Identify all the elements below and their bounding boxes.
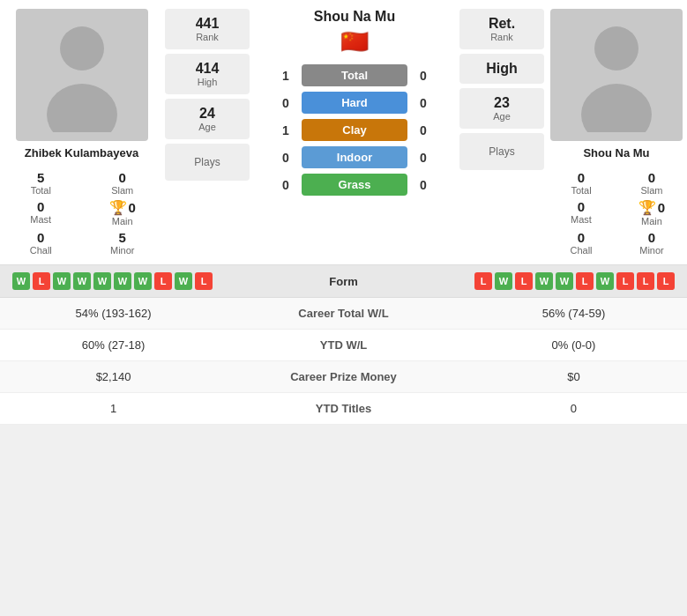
ytd-titles-right: 0 [460,393,687,425]
form-badge-l: L [657,272,675,290]
player1-center-stats: 441 Rank 414 High 24 Age Plays [163,0,251,182]
surface-clay-row: 1 Clay 0 [255,119,454,141]
form-badge-w: W [535,272,553,290]
ytd-wl-right: 0% (0-0) [460,330,687,361]
form-badge-w: W [596,272,614,290]
player2-plays-box: Plays [459,133,544,170]
player1-slam: 0 Slam [89,170,157,196]
surface-hard-btn: Hard [302,92,407,114]
surface-total-btn: Total [302,64,407,86]
svg-point-0 [60,26,104,71]
form-badge-w: W [12,272,30,290]
surface-indoor-btn: Indoor [302,146,407,168]
ytd-wl-row: 60% (27-18) YTD W/L 0% (0-0) [0,330,687,361]
form-label: Form [300,275,388,288]
prize-right: $0 [460,361,687,393]
form-badge-w: W [556,272,573,290]
player1-total: 5 Total [7,170,75,196]
player2-stats: 0 Total 0 Slam 0 Mast 🏆 0 Main [553,170,680,256]
surface-grass-btn: Grass [302,174,407,196]
surface-total-row: 1 Total 0 [255,64,454,86]
top-area: Zhibek Kulambayeva 5 Total 0 Slam 0 Mast… [0,0,687,264]
player2-panel: Shou Na Mu 0 Total 0 Slam 0 Mast 🏆 [546,0,687,264]
main-container: Zhibek Kulambayeva 5 Total 0 Slam 0 Mast… [0,0,687,425]
player2-slam: 0 Slam [624,170,680,196]
player2-avatar [550,9,683,141]
player1-main-trophy: 🏆 0 Main [89,199,157,226]
prize-label: Career Prize Money [227,361,460,393]
player1-rank-box: 441 Rank [165,9,250,49]
trophy-icon-1: 🏆 [109,199,127,216]
surface-hard-row: 0 Hard 0 [255,92,454,114]
svg-point-2 [594,26,638,71]
player2-chall: 0 Chall [553,230,609,256]
player1-chall: 0 Chall [7,230,75,256]
surface-grass-row: 0 Grass 0 [255,174,454,196]
prize-left: $2,140 [0,361,227,393]
player2-form-badges: LWLWWLWLLL [388,272,676,290]
svg-point-3 [581,84,652,132]
player1-minor: 5 Minor [89,230,157,256]
form-badge-l: L [616,272,634,290]
player1-mast: 0 Mast [7,199,75,226]
player2-age-box: 23 Age [459,88,544,129]
player1-high-box: 414 High [165,54,250,94]
form-section: WLWWWWWLWL Form LWLWWLWLLL [0,264,687,298]
match-center: Shou Na Mu 🇨🇳 1 Total 0 0 Hard 0 1 Clay [251,0,458,210]
player1-age-box: 24 Age [165,99,250,139]
ytd-wl-label: YTD W/L [227,330,460,361]
form-badge-w: W [73,272,91,290]
player1-name: Zhibek Kulambayeva [25,146,138,160]
player2-flag: 🇨🇳 [340,28,369,56]
player2-minor: 0 Minor [624,230,680,256]
player1-avatar [16,9,148,141]
player1-stats: 5 Total 0 Slam 0 Mast 🏆 0 Main [7,170,156,256]
form-badge-l: L [474,272,492,290]
form-badge-w: W [114,272,131,290]
player2-name: Shou Na Mu [583,146,649,160]
player2-total: 0 Total [553,170,609,196]
player2-header-name: Shou Na Mu [314,9,395,25]
ytd-titles-row: 1 YTD Titles 0 [0,393,687,425]
form-badge-w: W [134,272,152,290]
surface-indoor-row: 0 Indoor 0 [255,146,454,168]
form-badge-l: L [637,272,654,290]
prize-row: $2,140 Career Prize Money $0 [0,361,687,393]
career-wl-label: Career Total W/L [227,298,460,330]
player1-plays-box: Plays [165,144,250,181]
career-wl-left: 54% (193-162) [0,298,227,330]
player2-main-trophy: 🏆 0 Main [624,199,680,226]
surface-rows: 1 Total 0 0 Hard 0 1 Clay 0 0 Indoor [255,64,454,201]
player2-rank-box: Ret. Rank [459,9,544,49]
surface-clay-btn: Clay [302,119,407,141]
ytd-titles-left: 1 [0,393,227,425]
career-wl-right: 56% (74-59) [460,298,687,330]
form-badge-l: L [195,272,213,290]
player1-form-badges: WLWWWWWLWL [12,272,300,290]
career-wl-row: 54% (193-162) Career Total W/L 56% (74-5… [0,298,687,330]
form-badge-l: L [154,272,172,290]
svg-point-1 [47,84,117,132]
form-badge-w: W [175,272,192,290]
form-badge-l: L [576,272,594,290]
form-badge-w: W [93,272,111,290]
player2-center-stats: Ret. Rank High 23 Age Plays [458,0,546,172]
form-badge-w: W [495,272,512,290]
form-badge-l: L [33,272,50,290]
ytd-titles-label: YTD Titles [227,393,460,425]
form-badge-l: L [515,272,533,290]
form-badge-w: W [53,272,71,290]
trophy-icon-2: 🏆 [638,199,656,216]
player1-panel: Zhibek Kulambayeva 5 Total 0 Slam 0 Mast… [0,0,163,264]
ytd-wl-left: 60% (27-18) [0,330,227,361]
stats-table: 54% (193-162) Career Total W/L 56% (74-5… [0,298,687,425]
player2-mast: 0 Mast [553,199,609,226]
player2-high-box: High [459,54,544,84]
